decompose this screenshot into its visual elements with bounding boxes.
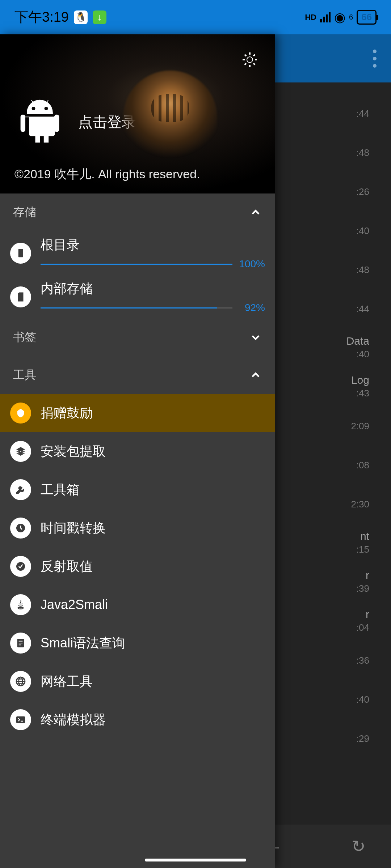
tool-label: 时间戳转换: [41, 519, 106, 537]
donate-icon: [10, 403, 31, 424]
file-time: :40: [356, 225, 369, 237]
file-name: r: [366, 569, 369, 582]
tool-label: 工具箱: [41, 481, 80, 499]
tool-item-donate[interactable]: 捐赠鼓励: [0, 394, 275, 432]
progress-bar: [41, 264, 232, 265]
phone-icon: [10, 243, 31, 264]
download-app-icon: ↓: [93, 10, 106, 24]
file-time: :43: [356, 388, 369, 399]
svg-rect-9: [18, 249, 23, 257]
chevron-up-icon: [249, 206, 262, 219]
globe-icon: [10, 671, 31, 692]
svg-line-5: [245, 55, 246, 56]
file-time: :44: [356, 303, 369, 315]
doc-icon: [10, 633, 31, 654]
section-title: 书签: [13, 329, 36, 345]
file-name: Data: [346, 335, 369, 347]
layers-icon: [10, 441, 31, 462]
svg-line-7: [245, 63, 246, 65]
tool-label: 反射取值: [41, 558, 93, 575]
sdcard-icon: [10, 286, 31, 307]
terminal-icon: [10, 709, 31, 730]
file-time: :40: [356, 349, 369, 360]
clock-icon: [10, 518, 31, 539]
refresh-icon[interactable]: ↻: [352, 837, 366, 856]
file-time: :44: [356, 108, 369, 119]
navigation-drawer: 点击登录 ©2019 吹牛儿. All rights reserved. 存储 …: [0, 34, 275, 868]
tool-item-terminal[interactable]: 终端模拟器: [0, 701, 275, 739]
drawer-header: 点击登录 ©2019 吹牛儿. All rights reserved.: [0, 34, 275, 193]
file-time: :15: [356, 544, 369, 555]
tool-item-doc[interactable]: Smali语法查询: [0, 624, 275, 662]
file-name: nt: [360, 530, 369, 542]
tool-label: 安装包提取: [41, 443, 106, 460]
storage-item-root[interactable]: 根目录 100%: [0, 231, 275, 275]
file-time: :40: [356, 694, 369, 705]
status-bar: 下午3:19 🐧 ↓ HD ◉ 6 66: [0, 0, 391, 34]
file-name: Log: [351, 374, 369, 386]
tool-item-wrench[interactable]: 工具箱: [0, 471, 275, 509]
tool-item-layers[interactable]: 安装包提取: [0, 432, 275, 471]
file-time: :29: [356, 733, 369, 744]
file-time: 2:30: [351, 499, 369, 510]
tool-item-globe[interactable]: 网络工具: [0, 662, 275, 701]
section-title: 工具: [13, 367, 36, 383]
battery-indicator: 66: [357, 10, 377, 25]
home-indicator[interactable]: [145, 859, 246, 861]
file-name: r: [366, 608, 369, 621]
progress-percent: 92%: [236, 302, 265, 314]
progress-bar: [41, 307, 232, 309]
section-header-tools[interactable]: 工具: [0, 356, 275, 394]
theme-toggle-button[interactable]: [239, 49, 261, 71]
tool-label: 网络工具: [41, 673, 93, 690]
svg-point-0: [247, 57, 253, 63]
tool-label: 终端模拟器: [41, 711, 106, 729]
chevron-up-icon: [249, 369, 262, 382]
tool-item-java[interactable]: Java2Smali: [0, 586, 275, 624]
svg-line-8: [253, 55, 255, 56]
status-time: 下午3:19: [14, 8, 69, 26]
section-header-bookmarks[interactable]: 书签: [0, 319, 275, 356]
file-time: 2:09: [351, 421, 369, 432]
chevron-down-icon: [249, 331, 262, 344]
section-title: 存储: [13, 204, 36, 220]
tool-label: Java2Smali: [41, 597, 108, 612]
overflow-menu-button[interactable]: [373, 50, 377, 68]
storage-label: 根目录: [41, 236, 265, 254]
file-time: :48: [356, 264, 369, 276]
storage-item-internal[interactable]: 内部存储 92%: [0, 275, 275, 319]
android-avatar-icon: [14, 96, 65, 148]
file-time: :04: [356, 622, 369, 633]
tool-item-reflect[interactable]: 反射取值: [0, 547, 275, 586]
file-time: :08: [356, 460, 369, 471]
file-time: :39: [356, 583, 369, 594]
tool-item-clock[interactable]: 时间戳转换: [0, 509, 275, 547]
svg-line-6: [253, 63, 255, 65]
hd-indicator: HD: [305, 13, 316, 22]
copyright-text: ©2019 吹牛儿. All rights reserved.: [14, 166, 200, 183]
svg-point-12: [18, 607, 24, 608]
tool-label: Smali语法查询: [41, 634, 125, 652]
section-header-storage[interactable]: 存储: [0, 193, 275, 231]
file-time: :48: [356, 147, 369, 158]
storage-label: 内部存储: [41, 280, 265, 298]
wifi-icon: ◉: [334, 11, 345, 24]
tool-label: 捐赠鼓励: [41, 404, 93, 422]
file-time: :36: [356, 655, 369, 666]
wifi-band: 6: [349, 13, 353, 21]
svg-rect-16: [16, 716, 25, 723]
reflect-icon: [10, 556, 31, 577]
header-background-image: [123, 71, 217, 165]
java-icon: [10, 594, 31, 615]
signal-bars-icon: [320, 12, 331, 22]
file-time: :26: [356, 186, 369, 197]
progress-percent: 100%: [236, 258, 265, 270]
qq-app-icon: 🐧: [74, 10, 88, 24]
wrench-icon: [10, 479, 31, 500]
